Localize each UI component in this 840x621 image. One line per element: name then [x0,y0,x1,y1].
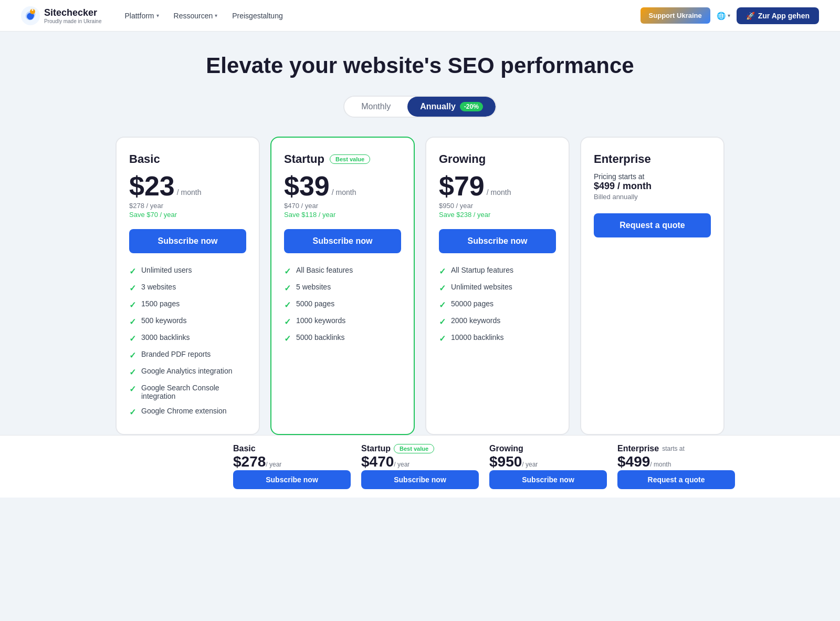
price-save: Save $118 / year [284,211,401,219]
price-yearly: $470 / year [284,202,401,210]
billing-toggle: Monthly Annually -20% [116,96,724,118]
plan-name-row: Startup Best value [284,152,401,166]
sticky-startup-plan: Startup Best value $470/ year Subscribe … [361,444,479,489]
plan-price: $79 / month [439,172,556,200]
nav-plattform[interactable]: Plattform ▾ [119,8,165,23]
enterprise-pricing: Pricing starts at $499 / month Billed an… [594,172,711,201]
check-icon: ✓ [439,266,446,276]
sticky-bottom-bar: Basic $278/ year Subscribe now Startup B… [0,435,840,498]
enterprise-quote-button[interactable]: Request a quote [594,213,711,237]
sticky-growing-plan: Growing $950/ year Subscribe now [489,444,607,489]
sticky-best-value-badge: Best value [394,444,434,453]
check-icon: ✓ [284,283,291,293]
sticky-growing-subscribe-button[interactable]: Subscribe now [489,470,607,489]
chevron-down-icon: ▾ [156,13,159,18]
startup-subscribe-button[interactable]: Subscribe now [284,229,401,253]
enterprise-note: Billed annually [594,193,711,201]
sticky-plan-name: Basic [233,444,351,453]
features-list: ✓All Basic features ✓5 websites ✓5000 pa… [284,266,401,344]
feature-item: ✓3 websites [129,283,246,293]
feature-item: ✓1000 keywords [284,316,401,327]
price-save: Save $238 / year [439,211,556,219]
check-icon: ✓ [129,317,136,327]
globe-icon: 🌐 [717,12,726,20]
feature-item: ✓1500 pages [129,299,246,310]
plan-name-row: Enterprise [594,152,711,166]
logo[interactable]: Sitechecker Proudly made in Ukraine [21,6,102,25]
feature-item: ✓500 keywords [129,316,246,327]
sticky-plan-price: $470/ year [361,453,479,470]
features-list: ✓All Startup features ✓Unlimited website… [439,266,556,344]
feature-item: ✓Branded PDF reports [129,350,246,360]
feature-item: ✓2000 keywords [439,316,556,327]
basic-subscribe-button[interactable]: Subscribe now [129,229,246,253]
plan-name: Growing [439,152,486,166]
sticky-plan-name: Startup Best value [361,444,479,453]
monthly-toggle[interactable]: Monthly [344,97,407,117]
plan-name: Enterprise [594,152,651,166]
price-save: Save $70 / year [129,211,246,219]
check-icon: ✓ [439,283,446,293]
nav-preisgestaltung[interactable]: Preisgestaltung [226,8,289,23]
price-period: / month [487,188,511,196]
check-icon: ✓ [129,407,136,417]
feature-item: ✓All Basic features [284,266,401,276]
sticky-plan-name: Growing [489,444,607,453]
plan-name-row: Growing [439,152,556,166]
check-icon: ✓ [129,266,136,276]
navbar: Sitechecker Proudly made in Ukraine Plat… [0,0,840,32]
price-amount: $39 [284,172,330,200]
sticky-basic-subscribe-button[interactable]: Subscribe now [233,470,351,489]
check-icon: ✓ [284,334,291,344]
basic-plan-card: Basic $23 / month $278 / year Save $70 /… [116,137,260,435]
check-icon: ✓ [129,350,136,360]
rocket-icon: 🚀 [746,12,755,20]
support-ukraine-button[interactable]: Support Ukraine [640,7,710,24]
feature-item: ✓5 websites [284,283,401,293]
plan-name: Startup [284,152,324,166]
sticky-plan-name: Enterprise starts at [617,444,735,453]
price-period: / month [332,188,356,196]
sticky-plan-price: $499/ month [617,453,735,470]
growing-plan-card: Growing $79 / month $950 / year Save $23… [425,137,570,435]
sticky-bar-inner: Basic $278/ year Subscribe now Startup B… [105,444,735,489]
feature-item: ✓50000 pages [439,299,556,310]
nav-links: Plattform ▾ Ressourcen ▾ Preisgestaltung [119,8,640,23]
toggle-wrapper: Monthly Annually -20% [343,96,497,118]
sticky-plan-price: $278/ year [233,453,351,470]
price-amount: $23 [129,172,175,200]
main-content: Elevate your website's SEO performance M… [105,32,735,435]
startup-plan-card: Startup Best value $39 / month $470 / ye… [270,137,415,435]
sticky-enterprise-plan: Enterprise starts at $499/ month Request… [617,444,735,489]
feature-item: ✓Unlimited websites [439,283,556,293]
chevron-down-icon: ▾ [728,13,730,18]
sticky-enterprise-quote-button[interactable]: Request a quote [617,470,735,489]
annually-toggle[interactable]: Annually -20% [407,97,496,117]
check-icon: ✓ [284,300,291,310]
page-title: Elevate your website's SEO performance [116,53,724,79]
growing-subscribe-button[interactable]: Subscribe now [439,229,556,253]
check-icon: ✓ [439,334,446,344]
nav-ressourcen[interactable]: Ressourcen ▾ [167,8,224,23]
enterprise-starts: Pricing starts at [594,172,711,181]
plan-name: Basic [129,152,160,166]
sticky-basic-plan: Basic $278/ year Subscribe now [233,444,351,489]
language-selector[interactable]: 🌐 ▾ [717,12,730,20]
discount-badge: -20% [460,102,483,111]
feature-item: ✓Unlimited users [129,266,246,276]
feature-item: ✓Google Analytics integration [129,367,246,377]
check-icon: ✓ [129,334,136,344]
go-to-app-button[interactable]: 🚀 Zur App gehen [737,7,819,24]
logo-name: Sitechecker [44,7,102,18]
sticky-startup-subscribe-button[interactable]: Subscribe now [361,470,479,489]
features-list: ✓Unlimited users ✓3 websites ✓1500 pages… [129,266,246,417]
check-icon: ✓ [129,283,136,293]
plan-price: $39 / month [284,172,401,200]
check-icon: ✓ [129,300,136,310]
check-icon: ✓ [284,317,291,327]
feature-item: ✓3000 backlinks [129,333,246,344]
check-icon: ✓ [129,384,136,394]
chevron-down-icon: ▾ [215,13,217,18]
price-yearly: $278 / year [129,202,246,210]
logo-subtitle: Proudly made in Ukraine [44,18,102,24]
